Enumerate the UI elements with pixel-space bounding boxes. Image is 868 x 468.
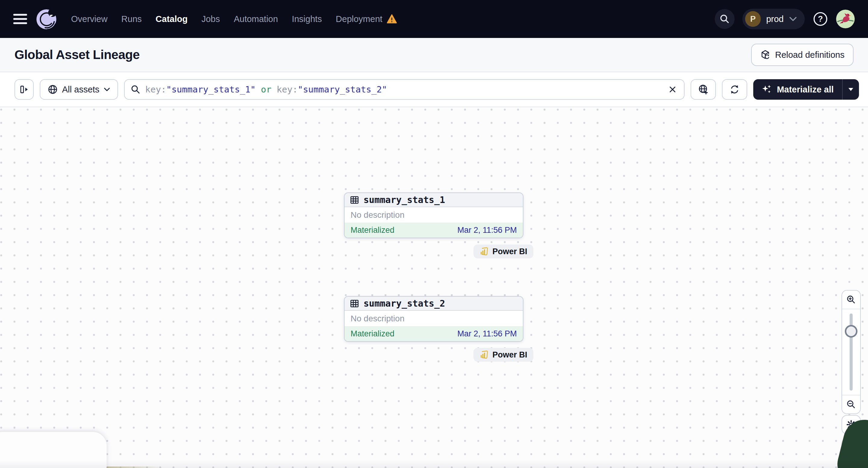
nav-item-overview[interactable]: Overview (71, 14, 107, 24)
asset-node-summary-stats-2[interactable]: summary_stats_2 No description Materiali… (344, 296, 523, 342)
search-icon (719, 14, 730, 24)
status-badge: Materialized (350, 225, 395, 235)
asset-search-input[interactable]: key:"summary_stats_1" or key:"summary_st… (124, 79, 685, 100)
search-query-text: key:"summary_stats_1" or key:"summary_st… (145, 84, 662, 95)
kind-tag-power-bi[interactable]: Power BI (473, 245, 533, 258)
materialization-timestamp[interactable]: Mar 2, 11:56 PM (457, 225, 517, 235)
nav-item-insights[interactable]: Insights (292, 14, 322, 24)
nav-item-runs[interactable]: Runs (121, 14, 142, 24)
kind-tag-power-bi[interactable]: Power BI (473, 348, 533, 362)
kind-tag-label: Power BI (492, 350, 527, 360)
nav-item-deployment[interactable]: Deployment (336, 14, 397, 24)
search-icon (131, 85, 141, 94)
zoom-slider (842, 309, 860, 395)
top-navigation-bar: Overview Runs Catalog Jobs Automation In… (0, 0, 868, 38)
materialize-options-button[interactable] (842, 79, 859, 100)
kind-tag-label: Power BI (492, 247, 527, 256)
dagster-logo-icon[interactable] (35, 8, 58, 30)
asset-scope-label: All assets (62, 85, 99, 95)
zoom-out-icon (846, 400, 856, 409)
nav-item-catalog[interactable]: Catalog (156, 14, 188, 24)
chevron-down-icon (789, 17, 797, 21)
materialize-all-button[interactable]: Materialize all (753, 79, 842, 100)
zoom-in-button[interactable] (842, 291, 860, 309)
asset-status-row: Materialized Mar 2, 11:56 PM (345, 223, 523, 238)
sparkles-icon (762, 84, 772, 95)
power-bi-icon (479, 350, 489, 359)
query-value-token: "summary_stats_1" (166, 84, 256, 95)
lineage-toolbar: All assets key:"summary_stats_1" or key:… (0, 72, 868, 107)
asset-name: summary_stats_2 (364, 298, 445, 309)
query-value-token: "summary_stats_2" (298, 84, 387, 95)
nav-item-automation[interactable]: Automation (234, 14, 278, 24)
table-icon (350, 195, 359, 205)
zoom-in-icon (846, 295, 856, 305)
deployment-initial-badge: P (745, 11, 761, 27)
materialization-timestamp[interactable]: Mar 2, 11:56 PM (457, 329, 517, 339)
query-operator-token: or (256, 84, 277, 95)
globe-icon (48, 84, 58, 95)
zoom-slider-thumb[interactable] (845, 325, 858, 338)
warning-icon (387, 14, 397, 24)
power-bi-icon (479, 247, 489, 256)
materialize-all-label: Materialize all (777, 85, 834, 95)
zoom-controls (841, 290, 861, 414)
panel-expand-icon (19, 85, 29, 94)
chevron-down-icon (103, 87, 110, 92)
deployment-name: prod (766, 14, 784, 24)
materialize-all-split-button: Materialize all (753, 79, 859, 100)
asset-name: summary_stats_1 (364, 194, 445, 205)
reload-definitions-button[interactable]: Reload definitions (751, 44, 854, 66)
primary-nav: Overview Runs Catalog Jobs Automation In… (71, 14, 397, 24)
page-title: Global Asset Lineage (14, 48, 140, 62)
query-field-token: key: (277, 84, 298, 95)
asset-node-header: summary_stats_1 (345, 193, 523, 207)
minimap-panel (0, 432, 106, 468)
help-icon: ? (813, 11, 828, 27)
nav-item-jobs[interactable]: Jobs (202, 14, 220, 24)
asset-scope-dropdown[interactable]: All assets (40, 79, 118, 100)
refresh-button[interactable] (722, 79, 747, 100)
help-button[interactable]: ? (813, 11, 828, 27)
user-avatar[interactable] (836, 10, 855, 28)
svg-text:?: ? (818, 14, 823, 24)
asset-node-summary-stats-1[interactable]: summary_stats_1 No description Materiali… (344, 192, 523, 238)
globe-add-icon (698, 84, 709, 95)
reload-definitions-label: Reload definitions (775, 50, 844, 60)
caret-down-icon (848, 88, 853, 91)
zoom-out-button[interactable] (842, 395, 860, 413)
reload-definitions-icon (760, 50, 770, 60)
graph-view-options-button[interactable] (691, 79, 716, 100)
clear-search-button[interactable] (667, 84, 678, 95)
open-side-panel-button[interactable] (14, 79, 34, 100)
asset-node-header: summary_stats_2 (345, 297, 523, 311)
status-badge: Materialized (350, 329, 395, 339)
table-icon (350, 299, 359, 308)
asset-description: No description (345, 207, 523, 223)
close-icon (668, 85, 677, 94)
asset-status-row: Materialized Mar 2, 11:56 PM (345, 326, 523, 341)
asset-description: No description (345, 311, 523, 326)
page-header: Global Asset Lineage Reload definitions (0, 38, 868, 72)
lineage-graph-canvas[interactable]: summary_stats_1 No description Materiali… (0, 107, 868, 468)
deployment-switcher[interactable]: P prod (742, 9, 805, 29)
nav-item-deployment-label: Deployment (336, 14, 382, 24)
refresh-icon (729, 84, 740, 95)
menu-icon[interactable] (13, 14, 27, 24)
query-field-token: key: (145, 84, 166, 95)
global-search-button[interactable] (715, 9, 735, 29)
